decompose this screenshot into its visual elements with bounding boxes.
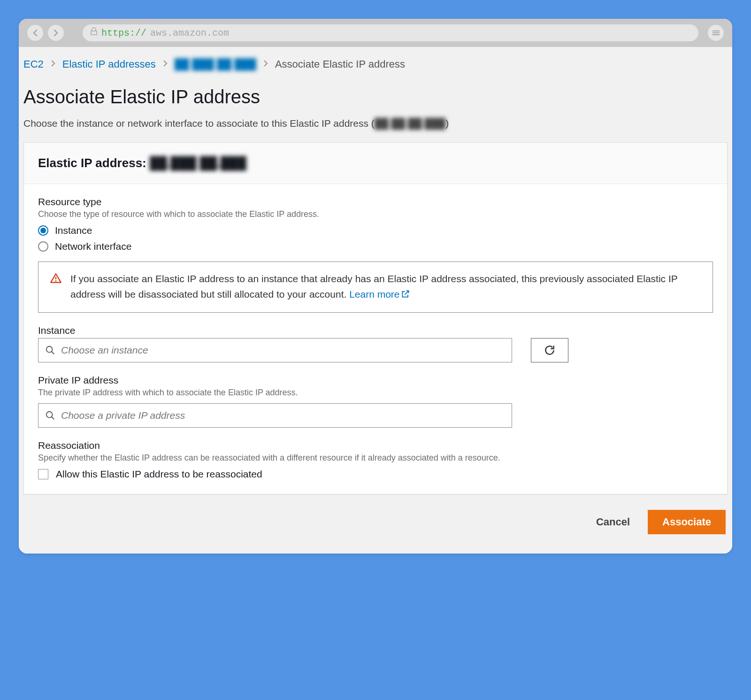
search-icon [45,345,55,355]
form-actions: Cancel Associate [19,507,732,535]
chevron-right-icon [263,58,268,70]
radio-instance[interactable]: Instance [38,225,713,236]
browser-window: https://aws.amazon.com EC2 Elastic IP ad… [19,19,732,554]
learn-more-link[interactable]: Learn more [349,289,410,300]
instance-search-input[interactable]: Choose an instance [38,338,512,362]
external-link-icon [401,288,410,303]
breadcrumb: EC2 Elastic IP addresses ██ ███ ██ ███ A… [19,47,732,80]
instance-label: Instance [38,325,713,336]
warning-icon [50,272,62,285]
resource-type-field: Resource type Choose the type of resourc… [38,196,713,313]
svg-point-1 [55,280,57,282]
svg-line-3 [52,352,54,354]
card-header: Elastic IP address: ██.███ ██.███ [24,143,727,184]
browser-chrome: https://aws.amazon.com [19,19,732,47]
chevron-right-icon [50,58,56,70]
private-ip-field: Private IP address The private IP addres… [38,375,713,428]
reassociation-checkbox[interactable]: Allow this Elastic IP address to be reas… [38,469,713,480]
private-ip-placeholder: Choose a private IP address [61,410,185,421]
url-host: aws.amazon.com [150,28,229,38]
radio-instance-label: Instance [55,225,92,236]
page-title: Associate Elastic IP address [19,80,732,114]
lock-icon [90,27,98,38]
instance-placeholder: Choose an instance [61,345,148,356]
cancel-button[interactable]: Cancel [592,509,634,535]
associate-button[interactable]: Associate [648,510,726,534]
nav-forward-button[interactable] [48,25,64,41]
warning-alert: If you associate an Elastic IP address t… [38,262,713,313]
radio-icon [38,241,48,252]
menu-icon [713,31,720,35]
resource-type-help: Choose the type of resource with which t… [38,209,713,219]
breadcrumb-eip-id[interactable]: ██ ███ ██ ███ [175,58,256,70]
svg-line-5 [52,417,54,420]
resource-type-label: Resource type [38,196,713,208]
svg-point-4 [46,412,53,418]
search-icon [45,410,55,421]
reassociation-label: Reassociation [38,440,713,451]
nav-back-button[interactable] [27,25,43,41]
page-description: Choose the instance or network interface… [19,114,732,142]
reassociation-help: Specify whether the Elastic IP address c… [38,453,713,463]
browser-menu-button[interactable] [708,25,724,41]
alert-text: If you associate an Elastic IP address t… [70,271,701,303]
url-scheme: https:// [101,28,146,38]
breadcrumb-ec2[interactable]: EC2 [23,58,44,70]
url-bar[interactable]: https://aws.amazon.com [83,24,698,41]
checkbox-icon [38,469,48,479]
private-ip-help: The private IP address with which to ass… [38,388,713,398]
breadcrumb-current: Associate Elastic IP address [275,58,405,70]
private-ip-label: Private IP address [38,375,713,386]
private-ip-search-input[interactable]: Choose a private IP address [38,403,512,428]
refresh-button[interactable] [531,338,568,362]
radio-eni-label: Network interface [55,241,131,252]
page-content: EC2 Elastic IP addresses ██ ███ ██ ███ A… [19,47,732,554]
reassociation-checkbox-label: Allow this Elastic IP address to be reas… [56,469,262,480]
refresh-icon [544,344,556,356]
breadcrumb-eip-list[interactable]: Elastic IP addresses [62,58,156,70]
svg-point-2 [46,346,53,353]
form-card: Elastic IP address: ██.███ ██.███ Resour… [23,142,728,494]
instance-field: Instance Choose an instance [38,325,713,362]
radio-icon [38,225,48,236]
chevron-right-icon [162,58,168,70]
radio-network-interface[interactable]: Network interface [38,241,713,252]
reassociation-field: Reassociation Specify whether the Elasti… [38,440,713,480]
